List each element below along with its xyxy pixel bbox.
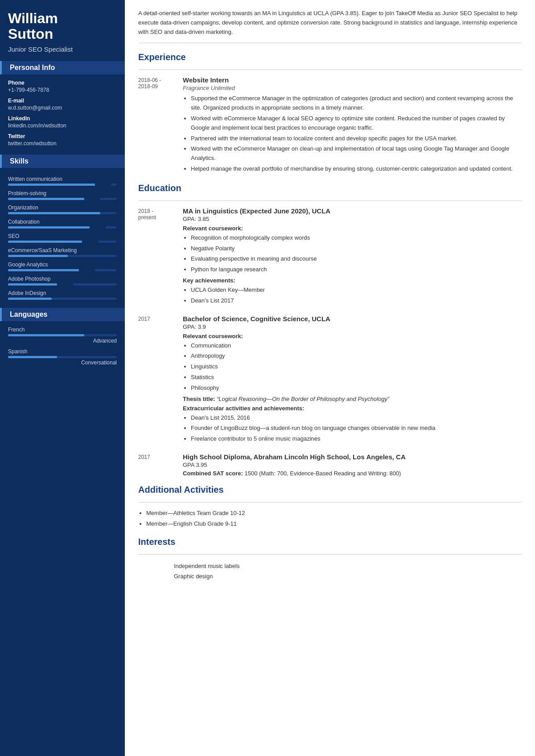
entry-date: 2017 bbox=[138, 453, 183, 477]
entry-body: Website Intern Fragrance Unlimited Suppo… bbox=[183, 76, 522, 175]
entry-title: Website Intern bbox=[183, 76, 522, 84]
experience-section-title: Experience bbox=[138, 52, 522, 64]
twitter-value: twitter.com/wdsutton bbox=[8, 140, 117, 147]
experience-bullet: Worked with eCommerce Manager & local SE… bbox=[191, 114, 522, 133]
experience-bullet: Helped manage the overall portfolio of m… bbox=[191, 164, 522, 174]
entry-date: 2017 bbox=[138, 315, 183, 445]
achievements-label: Key achievements: bbox=[183, 277, 522, 284]
entry-title: Bachelor of Science, Cognitive Science, … bbox=[183, 315, 522, 323]
language-item: Spanish Conversational bbox=[8, 348, 117, 366]
email-label: E-mail bbox=[8, 98, 117, 104]
additional-item: Member—Athletics Team Grade 10-12 bbox=[146, 509, 522, 518]
experience-entries: 2018-06 - 2018-09 Website Intern Fragran… bbox=[138, 76, 522, 175]
extra-item: Freelance contributor to 5 online music … bbox=[191, 434, 522, 444]
skill-item: Adobe Photoshop bbox=[8, 276, 117, 286]
language-level: Advanced bbox=[8, 338, 117, 344]
additional-section-title: Additional Activities bbox=[138, 485, 522, 497]
additional-list: Member—Athletics Team Grade 10-12Member—… bbox=[138, 509, 522, 529]
skill-item: Google Analytics bbox=[8, 262, 117, 271]
skill-name: Adobe InDesign bbox=[8, 290, 117, 296]
education-entry: 2017 Bachelor of Science, Cognitive Scie… bbox=[138, 315, 522, 445]
skill-item: Organization bbox=[8, 204, 117, 214]
summary-text: A detail-oriented self-starter working t… bbox=[138, 9, 522, 43]
skill-name: Problem-solving bbox=[8, 190, 117, 196]
education-entry: 2017 High School Diploma, Abraham Lincol… bbox=[138, 453, 522, 477]
entry-title: MA in Linguistics (Expected June 2020), … bbox=[183, 207, 522, 215]
education-entries: 2018 - present MA in Linguistics (Expect… bbox=[138, 207, 522, 477]
skills-heading: Skills bbox=[0, 155, 125, 168]
entry-body: MA in Linguistics (Expected June 2020), … bbox=[183, 207, 522, 307]
experience-divider bbox=[138, 69, 522, 70]
linkedin-label: LinkedIn bbox=[8, 115, 117, 122]
skill-item: Problem-solving bbox=[8, 190, 117, 200]
skill-name: Written communication bbox=[8, 176, 117, 182]
experience-entry: 2018-06 - 2018-09 Website Intern Fragran… bbox=[138, 76, 522, 175]
coursework-item: Linguistics bbox=[191, 362, 522, 372]
coursework-item: Anthropology bbox=[191, 351, 522, 361]
languages-list: French Advanced Spanish Conversational bbox=[8, 327, 117, 366]
achievement-item: Dean's List 2017 bbox=[191, 296, 522, 306]
skill-name: eCommerce/SaaS Marketing bbox=[8, 247, 117, 253]
coursework-label: Relevant coursework: bbox=[183, 333, 522, 339]
interests-section-title: Interests bbox=[138, 537, 522, 549]
email-value: w.d.sutton@gmail.com bbox=[8, 105, 117, 111]
education-divider bbox=[138, 200, 522, 201]
additional-divider bbox=[138, 502, 522, 503]
entry-body: Bachelor of Science, Cognitive Science, … bbox=[183, 315, 522, 445]
skill-name: Collaboration bbox=[8, 219, 117, 225]
candidate-name: William Sutton bbox=[8, 11, 117, 42]
entry-gpa: GPA: 3.9 bbox=[183, 323, 522, 330]
phone-label: Phone bbox=[8, 80, 117, 86]
language-item: French Advanced bbox=[8, 327, 117, 344]
languages-heading: Languages bbox=[0, 308, 125, 321]
interests-list: Independent music labelsGraphic design bbox=[138, 561, 522, 581]
extra-item: Dean's List 2015, 2016 bbox=[191, 413, 522, 423]
thesis-line: Thesis title: “Logical Reasoning—On the … bbox=[183, 396, 522, 402]
entry-company: Fragrance Unlimited bbox=[183, 85, 522, 91]
entry-bullets: Supported the eCommerce Manager in the o… bbox=[183, 94, 522, 173]
skill-name: Adobe Photoshop bbox=[8, 276, 117, 282]
achievements-list: UCLA Golden Key—MemberDean's List 2017 bbox=[183, 286, 522, 306]
education-section-title: Education bbox=[138, 183, 522, 195]
education-entry: 2018 - present MA in Linguistics (Expect… bbox=[138, 207, 522, 307]
coursework-list: Recognition of morphologically complex w… bbox=[183, 233, 522, 274]
entry-date: 2018 - present bbox=[138, 207, 183, 307]
additional-activities: Member—Athletics Team Grade 10-12Member—… bbox=[138, 509, 522, 529]
extra-item: Founder of LingoBuzz blog—a student-run … bbox=[191, 424, 522, 433]
sat-line: Combined SAT score: 1500 (Math: 700, Evi… bbox=[183, 470, 522, 477]
twitter-label: Twitter bbox=[8, 133, 117, 139]
interests-divider bbox=[138, 554, 522, 555]
sidebar: William Sutton Junior SEO Specialist Per… bbox=[0, 0, 125, 756]
language-name: Spanish bbox=[8, 348, 117, 355]
skill-name: Organization bbox=[8, 204, 117, 211]
entry-body: High School Diploma, Abraham Lincoln Hig… bbox=[183, 453, 522, 477]
skill-item: eCommerce/SaaS Marketing bbox=[8, 247, 117, 257]
additional-item: Member—English Club Grade 9-11 bbox=[146, 519, 522, 529]
language-name: French bbox=[8, 327, 117, 333]
coursework-label: Relevant coursework: bbox=[183, 225, 522, 232]
phone-value: +1-799-456-7878 bbox=[8, 87, 117, 93]
candidate-title: Junior SEO Specialist bbox=[8, 45, 117, 53]
experience-bullet: Supported the eCommerce Manager in the o… bbox=[191, 94, 522, 113]
achievement-item: UCLA Golden Key—Member bbox=[191, 286, 522, 295]
coursework-item: Recognition of morphologically complex w… bbox=[191, 233, 522, 243]
coursework-item: Python for language research bbox=[191, 265, 522, 274]
coursework-item: Negative Polarity bbox=[191, 244, 522, 253]
coursework-list: CommunicationAnthropologyLinguisticsStat… bbox=[183, 341, 522, 393]
coursework-item: Statistics bbox=[191, 373, 522, 382]
experience-bullet: Worked with the eCommerce Manager on cle… bbox=[191, 144, 522, 163]
skill-item: Adobe InDesign bbox=[8, 290, 117, 300]
coursework-item: Evaluating perspective in meaning and di… bbox=[191, 254, 522, 264]
interest-item: Independent music labels bbox=[138, 561, 522, 571]
skill-name: Google Analytics bbox=[8, 262, 117, 268]
linkedin-value: linkedin.com/in/wdsutton bbox=[8, 123, 117, 129]
interest-item: Graphic design bbox=[138, 571, 522, 581]
skill-name: SEO bbox=[8, 233, 117, 239]
skill-item: Collaboration bbox=[8, 219, 117, 229]
language-level: Conversational bbox=[8, 360, 117, 366]
extra-list: Dean's List 2015, 2016Founder of LingoBu… bbox=[183, 413, 522, 444]
extra-label: Extracurricular activities and achieveme… bbox=[183, 405, 522, 412]
skill-item: SEO bbox=[8, 233, 117, 243]
entry-date: 2018-06 - 2018-09 bbox=[138, 76, 183, 175]
skills-list: Written communication Problem-solving Or… bbox=[8, 176, 117, 300]
